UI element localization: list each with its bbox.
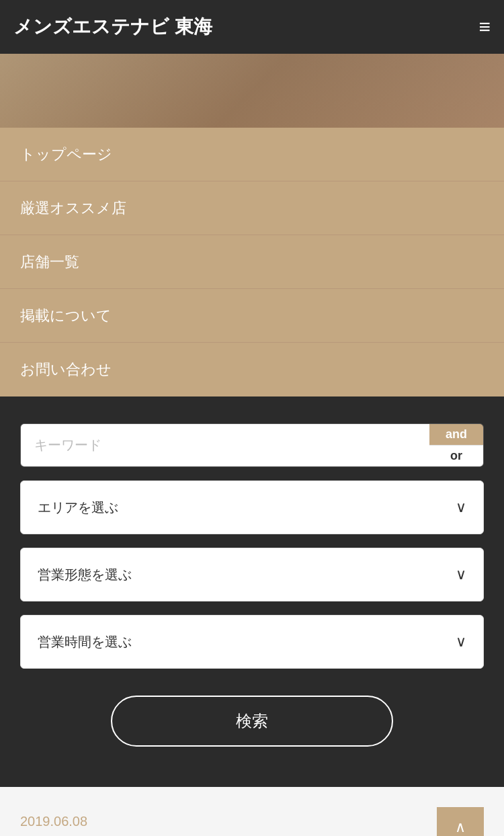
nav-item-top-label: トップページ: [20, 144, 112, 165]
nav-item-store-list-label: 店舗一覧: [20, 252, 79, 272]
and-button[interactable]: and: [429, 424, 483, 445]
nav-item-top[interactable]: トップページ: [0, 128, 504, 181]
area-chevron-icon: ∨: [456, 499, 466, 516]
nav-item-recommended[interactable]: 厳選オススメ店: [0, 181, 504, 235]
nav-item-recommended-label: 厳選オススメ店: [20, 198, 126, 218]
nav-item-store-list[interactable]: 店舗一覧: [0, 235, 504, 289]
business-type-chevron-icon: ∨: [456, 566, 466, 583]
search-button-container: 検索: [20, 696, 484, 747]
business-hours-dropdown-label: 営業時間を選ぶ: [38, 633, 132, 651]
nav-item-listing-label: 掲載について: [20, 306, 112, 326]
site-title: メンズエステナビ 東海: [13, 14, 212, 40]
business-hours-dropdown[interactable]: 営業時間を選ぶ ∨: [20, 615, 484, 669]
nav-item-listing[interactable]: 掲載について: [0, 289, 504, 343]
nav-item-contact[interactable]: お問い合わせ: [0, 343, 504, 396]
nav-item-contact-label: お問い合わせ: [20, 360, 112, 380]
hero-image: [0, 54, 504, 128]
header: メンズエステナビ 東海 ≡: [0, 0, 504, 54]
keyword-row: and or: [20, 423, 484, 467]
footer: 2019.06.08 ∧: [0, 787, 504, 836]
search-button[interactable]: 検索: [111, 696, 393, 747]
scroll-top-icon: ∧: [455, 819, 466, 836]
nav-menu: トップページ 厳選オススメ店 店舗一覧 掲載について お問い合わせ: [0, 128, 504, 396]
or-button[interactable]: or: [429, 445, 483, 466]
business-type-dropdown[interactable]: 営業形態を選ぶ ∨: [20, 548, 484, 601]
hamburger-icon[interactable]: ≡: [478, 17, 491, 37]
search-section: and or エリアを選ぶ ∨ 営業形態を選ぶ ∨ 営業時間を選ぶ ∨ 検索: [0, 396, 504, 787]
scroll-top-button[interactable]: ∧: [437, 807, 484, 836]
and-or-group: and or: [429, 424, 483, 466]
keyword-input[interactable]: [21, 424, 429, 466]
area-dropdown[interactable]: エリアを選ぶ ∨: [20, 480, 484, 534]
business-type-dropdown-label: 営業形態を選ぶ: [38, 566, 132, 584]
footer-date: 2019.06.08: [20, 807, 87, 829]
area-dropdown-label: エリアを選ぶ: [38, 499, 118, 517]
business-hours-chevron-icon: ∨: [456, 633, 466, 651]
